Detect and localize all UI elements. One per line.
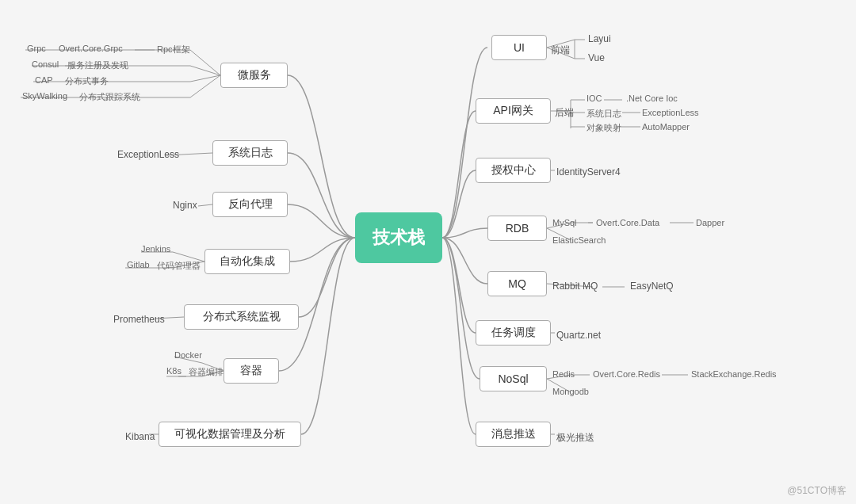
node-reverse: 反向代理	[212, 192, 288, 217]
label-overt-core-data: Overt.Core.Data	[596, 218, 659, 227]
label-overt-grpc: Overt.Core.Grpc	[59, 44, 123, 53]
label-prometheus: Prometheus	[113, 314, 165, 325]
label-stackexchange: StackExchange.Redis	[691, 369, 777, 379]
label-overt-core-redis: Overt.Core.Redis	[593, 369, 660, 379]
node-microservice: 微服务	[220, 63, 288, 88]
svg-line-29	[190, 66, 220, 75]
svg-line-31	[190, 75, 220, 97]
node-cicd: 自动化集成	[204, 249, 290, 274]
svg-line-28	[190, 50, 220, 75]
label-sys-log: 系统日志	[587, 108, 621, 120]
label-nginx: Nginx	[173, 200, 197, 211]
svg-line-30	[190, 75, 220, 82]
label-elasticsearch: ElasticSearch	[552, 235, 606, 245]
label-jenkins: Jenkins	[141, 244, 170, 254]
watermark: @51CTO博客	[787, 484, 846, 498]
node-msg: 消息推送	[476, 422, 551, 447]
svg-line-39	[198, 204, 212, 206]
label-kibana: Kibana	[125, 431, 155, 442]
label-exceptionless-r: ExceptionLess	[642, 108, 699, 117]
node-monitor: 分布式系统监视	[184, 304, 299, 330]
node-ui: UI	[491, 35, 547, 60]
label-grpc: Grpc	[27, 44, 46, 53]
label-consul: Consul	[32, 59, 59, 69]
label-frontend: 前端	[551, 44, 570, 57]
label-quartz: Quartz.net	[556, 330, 601, 341]
label-skywalking: SkyWalking	[22, 91, 67, 101]
label-rabbitmq: Rabbit MQ	[552, 281, 598, 292]
label-cap: CAP	[35, 75, 53, 85]
mindmap-canvas: 技术栈 UI API网关 授权中心 RDB MQ 任务调度 NoSql 消息推送…	[0, 0, 856, 504]
label-rpc: Rpc框架	[157, 44, 190, 55]
label-netcore-ioc: .Net Core Ioc	[626, 94, 678, 103]
label-gitlab: Gitlab	[127, 260, 150, 269]
label-distributed-tx: 分布式事务	[65, 75, 109, 87]
label-layui: Layui	[588, 33, 611, 44]
label-easynetq: EasyNetQ	[630, 281, 674, 292]
center-label: 技术栈	[373, 226, 425, 250]
label-distributed-trace: 分布式跟踪系统	[79, 91, 140, 103]
node-syslog: 系统日志	[212, 140, 288, 166]
label-exceptionless-l: ExceptionLess	[117, 149, 179, 160]
label-container-orch: 容器编排	[189, 366, 224, 378]
label-obj-mapping: 对象映射	[587, 122, 621, 134]
label-ioc: IOC	[587, 94, 602, 103]
node-auth: 授权中心	[476, 158, 551, 183]
label-k8s: K8s	[166, 366, 182, 376]
label-automapper: AutoMapper	[642, 122, 690, 132]
label-jiguang: 极光推送	[556, 431, 594, 445]
label-redis: Redis	[552, 369, 575, 379]
label-docker: Docker	[174, 350, 202, 360]
label-code-mgr: 代码管理器	[157, 260, 201, 272]
node-rdb: RDB	[487, 216, 547, 241]
node-nosql: NoSql	[480, 366, 547, 391]
node-datavis: 可视化数据管理及分析	[159, 422, 301, 447]
node-container: 容器	[224, 358, 279, 384]
label-dapper: Dapper	[696, 218, 724, 227]
label-service-reg: 服务注册及发现	[67, 59, 128, 71]
node-api: API网关	[476, 98, 551, 124]
label-mongodb: Mongodb	[552, 387, 589, 396]
node-mq: MQ	[487, 271, 547, 296]
node-task: 任务调度	[476, 320, 551, 346]
label-identityserver: IdentityServer4	[556, 166, 621, 178]
label-mysql: MySql	[552, 218, 577, 227]
label-backend: 后端	[555, 106, 574, 120]
label-vue: Vue	[588, 52, 605, 63]
center-node: 技术栈	[355, 212, 442, 263]
